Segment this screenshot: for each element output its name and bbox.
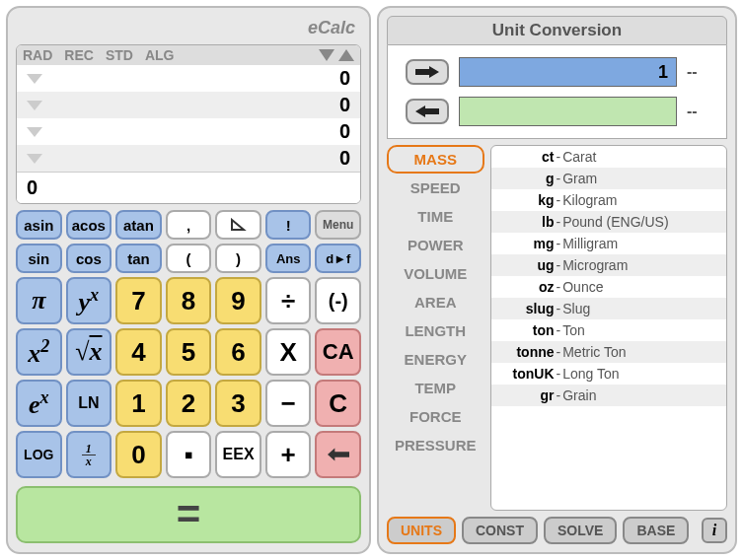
- xsq-button[interactable]: x2: [16, 328, 62, 376]
- ans-button[interactable]: Ans: [265, 244, 312, 273]
- comma-button[interactable]: ,: [166, 210, 212, 240]
- category-length[interactable]: LENGTH: [387, 316, 484, 345]
- ln-button[interactable]: LN: [66, 380, 112, 427]
- chevron-down-icon: [27, 154, 42, 164]
- category-pressure[interactable]: PRESSURE: [387, 431, 484, 459]
- unit-item[interactable]: tonne-Metric Ton: [491, 341, 726, 363]
- key-6[interactable]: 6: [215, 328, 261, 376]
- tab-units[interactable]: UNITS: [387, 517, 456, 544]
- key-5[interactable]: 5: [166, 328, 212, 376]
- unit-abbr: ton: [499, 322, 555, 338]
- conversion-output[interactable]: [459, 97, 677, 126]
- decimal-button[interactable]: ▪: [166, 431, 212, 478]
- key-2[interactable]: 2: [166, 380, 212, 427]
- category-temp[interactable]: TEMP: [387, 374, 484, 402]
- mode-rad[interactable]: RAD: [23, 47, 52, 63]
- unit-name: Long Ton: [562, 366, 619, 382]
- acos-button[interactable]: acos: [66, 210, 112, 240]
- category-volume[interactable]: VOLUME: [387, 259, 484, 288]
- conversion-input[interactable]: 1: [459, 57, 677, 87]
- reciprocal-button[interactable]: 1x: [66, 431, 112, 478]
- equals-button[interactable]: =: [16, 486, 361, 543]
- key-9[interactable]: 9: [215, 277, 261, 324]
- unit-item[interactable]: kg-Kilogram: [491, 189, 726, 211]
- unit-name: Ounce: [562, 279, 603, 295]
- eex-button[interactable]: EEX: [215, 431, 261, 478]
- pi-button[interactable]: π: [16, 277, 62, 324]
- multiply-button[interactable]: X: [265, 328, 312, 376]
- unit-abbr: ct: [499, 149, 555, 165]
- key-4[interactable]: 4: [115, 328, 162, 376]
- category-mass[interactable]: MASS: [387, 145, 484, 174]
- history-up-icon[interactable]: [338, 49, 354, 61]
- sin-button[interactable]: sin: [16, 244, 62, 273]
- unit-item[interactable]: oz-Ounce: [491, 276, 726, 298]
- category-force[interactable]: FORCE: [387, 402, 484, 431]
- negate-button[interactable]: (-): [315, 277, 361, 324]
- backspace-button[interactable]: [315, 431, 361, 478]
- key-7[interactable]: 7: [115, 277, 162, 324]
- unit-name: Slug: [562, 301, 590, 316]
- lparen-button[interactable]: (: [166, 244, 212, 273]
- convert-forward-button[interactable]: [406, 59, 449, 85]
- unit-item[interactable]: g-Gram: [491, 168, 726, 189]
- unit-item[interactable]: mg-Milligram: [491, 233, 726, 254]
- unit-abbr: ug: [499, 257, 555, 273]
- history-down-icon[interactable]: [319, 49, 334, 61]
- mode-rec[interactable]: REC: [64, 47, 94, 63]
- unit-item[interactable]: ct-Carat: [491, 146, 726, 168]
- unit-item[interactable]: gr-Grain: [491, 385, 726, 406]
- mode-std[interactable]: STD: [106, 47, 133, 63]
- category-time[interactable]: TIME: [387, 202, 484, 231]
- add-button[interactable]: +: [265, 431, 312, 478]
- ypowx-button[interactable]: yx: [66, 277, 112, 324]
- convert-backward-button[interactable]: [406, 99, 449, 124]
- input-line[interactable]: 0: [17, 172, 360, 203]
- tab-solve[interactable]: SOLVE: [544, 517, 617, 544]
- unit-item[interactable]: tonUK-Long Ton: [491, 363, 726, 385]
- tab-base[interactable]: BASE: [623, 517, 689, 544]
- angle-button[interactable]: [215, 210, 261, 240]
- category-power[interactable]: POWER: [387, 231, 484, 259]
- key-1[interactable]: 1: [115, 380, 162, 427]
- subtract-button[interactable]: −: [265, 380, 312, 427]
- asin-button[interactable]: asin: [16, 210, 62, 240]
- info-button[interactable]: i: [702, 518, 727, 543]
- conversion-output-unit: --: [687, 103, 708, 120]
- exp-button[interactable]: ex: [16, 380, 62, 427]
- clear-button[interactable]: C: [315, 380, 361, 427]
- unit-name: Pound (ENG/US): [562, 214, 668, 230]
- log-button[interactable]: LOG: [16, 431, 62, 478]
- chevron-down-icon: [27, 127, 42, 137]
- key-3[interactable]: 3: [215, 380, 261, 427]
- key-8[interactable]: 8: [166, 277, 212, 324]
- unit-name: Ton: [562, 322, 585, 338]
- mode-alg[interactable]: ALG: [145, 47, 175, 63]
- display-area: RAD REC STD ALG 0 0 0 0 0: [16, 44, 361, 204]
- key-0[interactable]: 0: [115, 431, 162, 478]
- divide-button[interactable]: ÷: [265, 277, 312, 324]
- category-speed[interactable]: SPEED: [387, 174, 484, 202]
- unit-item[interactable]: ton-Ton: [491, 319, 726, 341]
- unit-item[interactable]: slug-Slug: [491, 298, 726, 319]
- menu-button[interactable]: Menu: [315, 210, 361, 240]
- category-area[interactable]: AREA: [387, 288, 484, 316]
- unit-name: Microgram: [562, 257, 628, 273]
- cos-button[interactable]: cos: [66, 244, 112, 273]
- tab-const[interactable]: CONST: [462, 517, 538, 544]
- unit-abbr: oz: [499, 279, 555, 295]
- unit-abbr: tonUK: [499, 366, 555, 382]
- sqrt-button[interactable]: √x: [66, 328, 112, 376]
- rparen-button[interactable]: ): [215, 244, 261, 273]
- atan-button[interactable]: atan: [115, 210, 162, 240]
- factorial-button[interactable]: !: [265, 210, 312, 240]
- category-energy[interactable]: ENERGY: [387, 345, 484, 374]
- unit-item[interactable]: lb-Pound (ENG/US): [491, 211, 726, 233]
- unit-item[interactable]: ug-Microgram: [491, 254, 726, 276]
- chevron-down-icon: [27, 74, 42, 84]
- clear-all-button[interactable]: CA: [315, 328, 361, 376]
- dtof-button[interactable]: d►f: [315, 244, 361, 273]
- tan-button[interactable]: tan: [115, 244, 162, 273]
- unit-abbr: slug: [499, 301, 555, 316]
- display-line-1: 0: [50, 94, 350, 116]
